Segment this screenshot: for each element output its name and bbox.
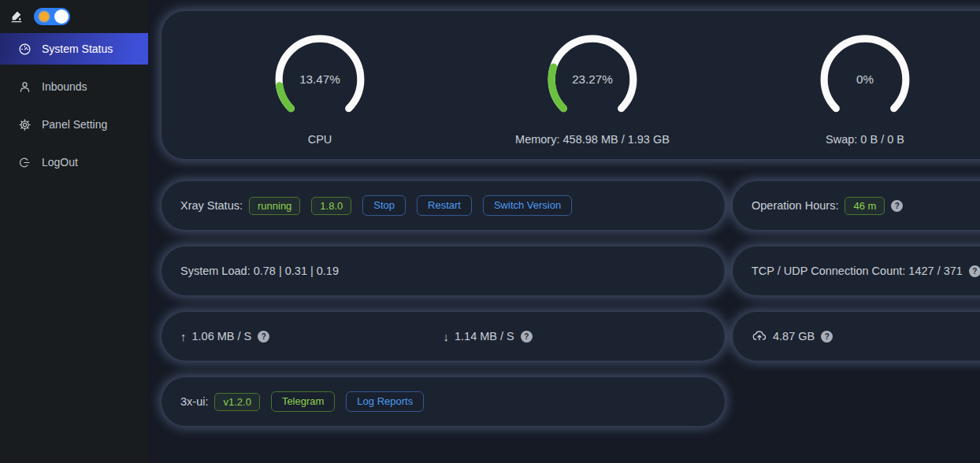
- system-load-text: System Load: 0.78 | 0.31 | 0.19: [180, 265, 339, 277]
- cpu-percent: 13.47%: [299, 72, 340, 86]
- stop-button[interactable]: Stop: [362, 195, 406, 216]
- cpu-gauge-ring: 13.47%: [272, 31, 368, 128]
- cpu-gauge: 13.47% CPU: [184, 31, 456, 159]
- dashboard-icon: [18, 43, 32, 56]
- memory-gauge-ring: 23.27%: [544, 31, 640, 128]
- restart-button[interactable]: Restart: [417, 195, 472, 216]
- operation-hours-card: Operation Hours: 46 m ?: [733, 181, 980, 230]
- panel-version-badge: v1.2.0: [214, 393, 259, 411]
- theme-colors-icon[interactable]: [8, 8, 25, 25]
- download-speed: ↓ 1.14 MB / S ?: [444, 330, 707, 343]
- xray-status-label: Xray Status:: [180, 199, 243, 212]
- sidebar-item-panel-setting[interactable]: Panel Setting: [0, 109, 148, 140]
- dark-theme-toggle[interactable]: [34, 8, 70, 25]
- xray-running-badge: running: [249, 197, 300, 215]
- upload-arrow-icon: ↑: [180, 330, 187, 343]
- operation-hours-badge: 46 m: [845, 197, 885, 215]
- memory-percent: 23.27%: [572, 72, 613, 86]
- system-load-card: System Load: 0.78 | 0.31 | 0.19: [161, 246, 725, 295]
- upload-speed: ↑ 1.06 MB / S ?: [180, 330, 444, 343]
- connection-count-text: TCP / UDP Connection Count: 1427 / 371: [752, 265, 963, 277]
- gauges-card: 13.47% CPU 23.27% Memory: 458.98 MB / 1.…: [161, 11, 980, 159]
- system-status-page: 13.47% CPU 23.27% Memory: 458.98 MB / 1.…: [148, 0, 980, 463]
- sidebar-item-label: System Status: [42, 43, 113, 55]
- total-traffic-text: 4.87 GB: [773, 330, 815, 343]
- question-icon[interactable]: ?: [891, 200, 903, 212]
- network-speed-card: ↑ 1.06 MB / S ? ↓ 1.14 MB / S ?: [161, 312, 725, 361]
- memory-label: Memory: 458.98 MB / 1.93 GB: [515, 133, 670, 146]
- user-icon: [18, 80, 32, 94]
- swap-gauge: 0% Swap: 0 B / 0 B: [729, 31, 980, 159]
- sidebar-item-inbounds[interactable]: Inbounds: [0, 71, 148, 102]
- swap-label: Swap: 0 B / 0 B: [826, 133, 904, 146]
- sidebar-item-logout[interactable]: LogOut: [0, 146, 148, 178]
- question-icon[interactable]: ?: [821, 331, 833, 343]
- swap-gauge-ring: 0%: [817, 31, 913, 128]
- telegram-button[interactable]: Telegram: [271, 391, 335, 412]
- gear-icon: [18, 118, 32, 131]
- sidebar-header: [0, 0, 148, 33]
- sidebar: System Status Inbounds Panel Setting: [0, 0, 148, 463]
- toggle-knob: [54, 9, 69, 24]
- sidebar-item-label: Panel Setting: [42, 118, 107, 131]
- cloud-upload-icon: [752, 328, 767, 344]
- sun-icon: [39, 12, 49, 21]
- total-traffic-card: 4.87 GB ?: [733, 312, 980, 361]
- download-arrow-icon: ↓: [444, 330, 450, 343]
- sidebar-menu: System Status Inbounds Panel Setting: [0, 33, 148, 178]
- question-icon[interactable]: ?: [258, 331, 269, 343]
- cpu-label: CPU: [308, 133, 332, 146]
- connection-count-card: TCP / UDP Connection Count: 1427 / 371 ?: [733, 246, 980, 295]
- log-reports-button[interactable]: Log Reports: [346, 391, 424, 412]
- xray-version-badge: 1.8.0: [311, 197, 351, 215]
- switch-version-button[interactable]: Switch Version: [483, 195, 572, 216]
- question-icon[interactable]: ?: [969, 265, 980, 277]
- memory-gauge: 23.27% Memory: 458.98 MB / 1.93 GB: [456, 31, 729, 159]
- download-speed-text: 1.14 MB / S: [455, 330, 514, 343]
- sidebar-item-label: Inbounds: [42, 80, 87, 93]
- swap-percent: 0%: [856, 72, 874, 86]
- upload-speed-text: 1.06 MB / S: [192, 330, 252, 343]
- app-info-label: 3x-ui:: [180, 395, 208, 408]
- logout-icon: [18, 156, 32, 169]
- xray-status-card: Xray Status: running 1.8.0 Stop Restart …: [161, 181, 725, 230]
- question-icon[interactable]: ?: [521, 331, 533, 343]
- sidebar-item-label: LogOut: [42, 156, 78, 169]
- sidebar-item-system-status[interactable]: System Status: [0, 33, 148, 65]
- app-info-card: 3x-ui: v1.2.0 Telegram Log Reports: [161, 377, 725, 426]
- operation-hours-label: Operation Hours:: [752, 199, 838, 212]
